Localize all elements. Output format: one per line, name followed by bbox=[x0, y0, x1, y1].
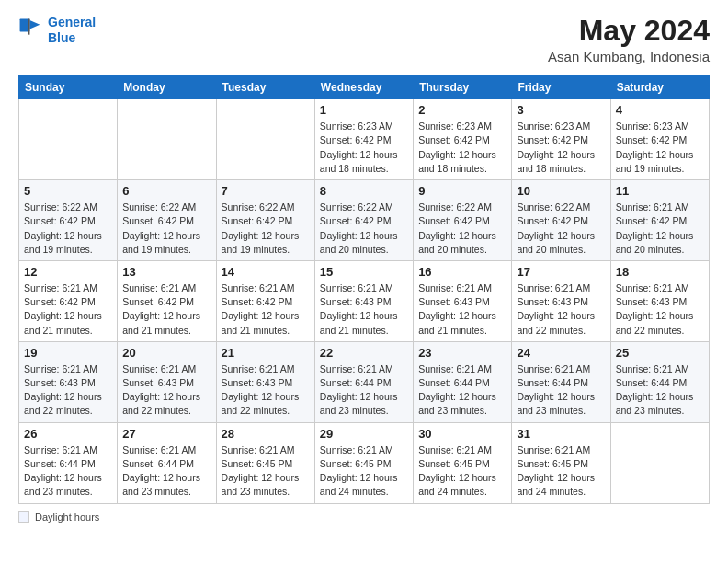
week-row-2: 5Sunrise: 6:22 AMSunset: 6:42 PMDaylight… bbox=[19, 180, 710, 261]
daylight-text: Daylight: 12 hours and 20 minutes. bbox=[616, 230, 694, 255]
daylight-text: Daylight: 12 hours and 23 minutes. bbox=[122, 472, 200, 497]
week-row-5: 26Sunrise: 6:21 AMSunset: 6:44 PMDayligh… bbox=[19, 422, 710, 503]
daylight-indicator bbox=[18, 511, 29, 523]
day-number: 24 bbox=[517, 346, 605, 360]
day-number: 2 bbox=[418, 103, 506, 117]
sunset-text: Sunset: 6:44 PM bbox=[320, 377, 392, 388]
calendar-cell: 22Sunrise: 6:21 AMSunset: 6:44 PMDayligh… bbox=[314, 341, 413, 422]
day-detail: Sunrise: 6:22 AMSunset: 6:42 PMDaylight:… bbox=[24, 201, 112, 257]
sunrise-text: Sunrise: 6:22 AM bbox=[418, 201, 492, 213]
sunset-text: Sunset: 6:43 PM bbox=[418, 296, 490, 307]
day-detail: Sunrise: 6:21 AMSunset: 6:42 PMDaylight:… bbox=[222, 282, 310, 338]
sunrise-text: Sunrise: 6:21 AM bbox=[122, 363, 196, 374]
day-number: 1 bbox=[320, 103, 408, 117]
calendar-cell: 19Sunrise: 6:21 AMSunset: 6:43 PMDayligh… bbox=[19, 341, 118, 422]
sunset-text: Sunset: 6:42 PM bbox=[122, 296, 194, 307]
sunrise-text: Sunrise: 6:21 AM bbox=[320, 444, 393, 455]
sunset-text: Sunset: 6:42 PM bbox=[24, 296, 96, 307]
day-number: 4 bbox=[616, 103, 704, 117]
day-detail: Sunrise: 6:22 AMSunset: 6:42 PMDaylight:… bbox=[222, 201, 310, 257]
svg-rect-2 bbox=[28, 18, 30, 34]
sunrise-text: Sunrise: 6:22 AM bbox=[320, 201, 393, 213]
calendar-cell: 18Sunrise: 6:21 AMSunset: 6:43 PMDayligh… bbox=[610, 260, 709, 341]
svg-marker-1 bbox=[29, 20, 40, 29]
logo-line1: General bbox=[48, 15, 96, 29]
day-detail: Sunrise: 6:23 AMSunset: 6:42 PMDaylight:… bbox=[320, 120, 408, 176]
sunrise-text: Sunrise: 6:21 AM bbox=[122, 282, 196, 293]
calendar-cell: 30Sunrise: 6:21 AMSunset: 6:45 PMDayligh… bbox=[414, 422, 512, 503]
day-number: 15 bbox=[320, 265, 408, 279]
logo: General Blue bbox=[18, 15, 96, 46]
logo-line2: Blue bbox=[48, 30, 75, 45]
daylight-text: Daylight: 12 hours and 20 minutes. bbox=[320, 230, 398, 255]
calendar-table: SundayMondayTuesdayWednesdayThursdayFrid… bbox=[18, 75, 710, 503]
sunset-text: Sunset: 6:42 PM bbox=[222, 215, 293, 226]
sunrise-text: Sunrise: 6:21 AM bbox=[222, 363, 295, 374]
sunrise-text: Sunrise: 6:21 AM bbox=[418, 282, 492, 293]
day-detail: Sunrise: 6:21 AMSunset: 6:43 PMDaylight:… bbox=[320, 282, 408, 338]
daylight-text: Daylight: 12 hours and 21 minutes. bbox=[122, 310, 200, 335]
calendar-cell bbox=[118, 99, 216, 180]
daylight-text: Daylight: 12 hours and 20 minutes. bbox=[517, 230, 595, 255]
sunrise-text: Sunrise: 6:21 AM bbox=[122, 444, 196, 455]
day-number: 22 bbox=[320, 346, 408, 360]
calendar-cell: 12Sunrise: 6:21 AMSunset: 6:42 PMDayligh… bbox=[19, 260, 118, 341]
day-detail: Sunrise: 6:21 AMSunset: 6:45 PMDaylight:… bbox=[517, 443, 605, 500]
day-number: 11 bbox=[616, 184, 704, 198]
month-title: May 2024 bbox=[548, 15, 710, 47]
calendar-cell: 29Sunrise: 6:21 AMSunset: 6:45 PMDayligh… bbox=[314, 422, 413, 503]
calendar-cell bbox=[610, 422, 709, 503]
sunrise-text: Sunrise: 6:22 AM bbox=[122, 201, 196, 213]
daylight-text: Daylight: 12 hours and 22 minutes. bbox=[24, 391, 102, 416]
calendar-cell: 8Sunrise: 6:22 AMSunset: 6:42 PMDaylight… bbox=[314, 180, 413, 261]
sunrise-text: Sunrise: 6:21 AM bbox=[517, 282, 590, 293]
day-detail: Sunrise: 6:21 AMSunset: 6:44 PMDaylight:… bbox=[616, 362, 704, 419]
week-row-1: 1Sunrise: 6:23 AMSunset: 6:42 PMDaylight… bbox=[19, 99, 710, 180]
calendar-cell: 2Sunrise: 6:23 AMSunset: 6:42 PMDaylight… bbox=[414, 99, 512, 180]
daylight-text: Daylight: 12 hours and 18 minutes. bbox=[517, 149, 595, 174]
sunset-text: Sunset: 6:43 PM bbox=[222, 377, 293, 388]
day-detail: Sunrise: 6:21 AMSunset: 6:45 PMDaylight:… bbox=[320, 443, 408, 500]
calendar-cell: 24Sunrise: 6:21 AMSunset: 6:44 PMDayligh… bbox=[512, 341, 610, 422]
daylight-text: Daylight: 12 hours and 24 minutes. bbox=[517, 472, 595, 497]
sunset-text: Sunset: 6:45 PM bbox=[320, 458, 392, 469]
day-detail: Sunrise: 6:22 AMSunset: 6:42 PMDaylight:… bbox=[122, 201, 210, 257]
week-row-3: 12Sunrise: 6:21 AMSunset: 6:42 PMDayligh… bbox=[19, 260, 710, 341]
day-detail: Sunrise: 6:21 AMSunset: 6:44 PMDaylight:… bbox=[320, 362, 408, 419]
day-number: 18 bbox=[616, 265, 704, 279]
day-detail: Sunrise: 6:21 AMSunset: 6:43 PMDaylight:… bbox=[616, 282, 704, 338]
daylight-text: Daylight: 12 hours and 22 minutes. bbox=[517, 310, 595, 335]
day-number: 7 bbox=[222, 184, 310, 198]
sunrise-text: Sunrise: 6:21 AM bbox=[616, 201, 689, 213]
calendar-cell: 31Sunrise: 6:21 AMSunset: 6:45 PMDayligh… bbox=[512, 422, 610, 503]
day-number: 10 bbox=[517, 184, 605, 198]
sunset-text: Sunset: 6:44 PM bbox=[122, 458, 194, 469]
sunrise-text: Sunrise: 6:23 AM bbox=[418, 121, 492, 132]
calendar-cell: 16Sunrise: 6:21 AMSunset: 6:43 PMDayligh… bbox=[414, 260, 512, 341]
daylight-text: Daylight: 12 hours and 23 minutes. bbox=[222, 472, 300, 497]
sunrise-text: Sunrise: 6:23 AM bbox=[320, 121, 393, 132]
sunset-text: Sunset: 6:45 PM bbox=[517, 458, 588, 469]
daylight-text: Daylight: 12 hours and 24 minutes. bbox=[320, 472, 398, 497]
day-number: 26 bbox=[24, 427, 112, 441]
sunrise-text: Sunrise: 6:21 AM bbox=[222, 282, 295, 293]
sunset-text: Sunset: 6:42 PM bbox=[616, 134, 688, 145]
daylight-text: Daylight: 12 hours and 23 minutes. bbox=[418, 391, 496, 416]
calendar-cell: 4Sunrise: 6:23 AMSunset: 6:42 PMDaylight… bbox=[610, 99, 709, 180]
day-number: 17 bbox=[517, 265, 605, 279]
day-detail: Sunrise: 6:21 AMSunset: 6:42 PMDaylight:… bbox=[122, 282, 210, 338]
day-detail: Sunrise: 6:21 AMSunset: 6:44 PMDaylight:… bbox=[24, 443, 112, 500]
day-detail: Sunrise: 6:21 AMSunset: 6:44 PMDaylight:… bbox=[122, 443, 210, 500]
sunset-text: Sunset: 6:44 PM bbox=[616, 377, 688, 388]
calendar-cell: 21Sunrise: 6:21 AMSunset: 6:43 PMDayligh… bbox=[216, 341, 314, 422]
calendar-cell: 26Sunrise: 6:21 AMSunset: 6:44 PMDayligh… bbox=[19, 422, 118, 503]
daylight-text: Daylight: 12 hours and 22 minutes. bbox=[222, 391, 300, 416]
location-subtitle: Asan Kumbang, Indonesia bbox=[548, 49, 710, 64]
day-number: 28 bbox=[222, 427, 310, 441]
daylight-text: Daylight: 12 hours and 21 minutes. bbox=[222, 310, 300, 335]
sunset-text: Sunset: 6:42 PM bbox=[418, 134, 490, 145]
sunrise-text: Sunrise: 6:22 AM bbox=[222, 201, 295, 213]
sunset-text: Sunset: 6:42 PM bbox=[517, 134, 588, 145]
day-number: 19 bbox=[24, 346, 112, 360]
day-number: 6 bbox=[122, 184, 210, 198]
